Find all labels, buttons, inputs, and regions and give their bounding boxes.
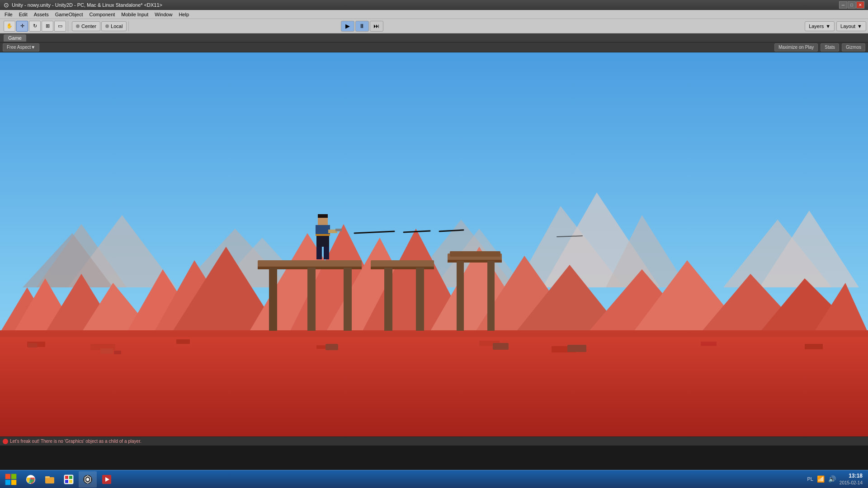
- taskbar-clock[interactable]: 13:18 2015-02-14: [840, 472, 863, 486]
- menu-window[interactable]: Window: [152, 11, 175, 18]
- error-icon: [3, 439, 8, 444]
- menu-gameobject[interactable]: GameObject: [52, 11, 86, 18]
- svg-rect-78: [5, 479, 10, 484]
- aspect-dropdown-icon: ▼: [31, 45, 35, 50]
- menu-mobile-input[interactable]: Mobile Input: [118, 11, 151, 18]
- aspect-ratio-button[interactable]: Free Aspect ▼: [3, 43, 39, 52]
- system-tray: PL 📶 🔊 13:18 2015-02-14: [807, 472, 866, 486]
- taskbar-chrome-icon[interactable]: [22, 471, 40, 488]
- step-button[interactable]: ⏭: [370, 21, 383, 32]
- svg-rect-42: [258, 260, 362, 267]
- stats-button[interactable]: Stats: [821, 43, 839, 52]
- chrome-icon: [25, 474, 36, 485]
- media-icon: [101, 474, 112, 485]
- title-text: Unity - nowy.unity - Unity2D - PC, Mac &…: [12, 2, 162, 8]
- svg-rect-67: [335, 229, 342, 231]
- status-message: Let's freak out! There is no 'Graphics' …: [10, 439, 142, 444]
- pause-button[interactable]: ⏸: [355, 21, 369, 32]
- clock-time: 13:18: [840, 472, 863, 480]
- maximize-on-play-button[interactable]: Maximize on Play: [774, 43, 818, 52]
- svg-rect-69: [318, 214, 328, 218]
- svg-rect-51: [416, 267, 424, 331]
- svg-rect-71: [324, 247, 329, 259]
- local-button[interactable]: Local: [101, 21, 127, 31]
- svg-rect-73: [28, 343, 37, 347]
- taskbar-explorer-icon[interactable]: [41, 471, 59, 488]
- svg-rect-72: [316, 234, 330, 236]
- svg-rect-74: [100, 348, 113, 354]
- volume-icon: 🔊: [828, 475, 836, 483]
- svg-rect-70: [316, 247, 322, 259]
- svg-rect-41: [805, 344, 823, 349]
- svg-rect-37: [316, 345, 326, 349]
- svg-rect-33: [0, 330, 868, 337]
- svg-rect-45: [269, 267, 277, 331]
- pivot-group: Center Local: [70, 21, 129, 31]
- svg-rect-85: [65, 476, 68, 479]
- menu-bar: File Edit Assets GameObject Component Mo…: [0, 10, 868, 19]
- svg-rect-76: [5, 474, 10, 479]
- rect-tool-button[interactable]: ▭: [54, 21, 66, 32]
- minimize-button[interactable]: ─: [839, 1, 847, 9]
- play-controls: ▶ ⏸ ⏭: [341, 21, 383, 32]
- move-tool-button[interactable]: ✛: [16, 21, 28, 32]
- gizmos-button[interactable]: Gizmos: [842, 43, 865, 52]
- language-indicator: PL: [807, 476, 813, 482]
- title-controls: ─ □ ✕: [839, 1, 864, 9]
- maximize-button[interactable]: □: [848, 1, 856, 9]
- svg-rect-75: [114, 351, 121, 354]
- game-scene: [0, 52, 868, 446]
- menu-component[interactable]: Component: [86, 11, 118, 18]
- transform-tools: ✋ ✛ ↻ ⊞ ▭: [2, 21, 68, 32]
- toolbar: ✋ ✛ ↻ ⊞ ▭ Center Local ▶ ⏸ ⏭ Layers ▼ La…: [0, 19, 868, 33]
- menu-help[interactable]: Help: [176, 11, 192, 18]
- svg-rect-50: [384, 267, 392, 331]
- svg-rect-79: [11, 479, 16, 484]
- svg-rect-57: [493, 343, 509, 350]
- svg-rect-56: [326, 344, 338, 350]
- unity-icon: [82, 474, 93, 485]
- svg-rect-63: [450, 251, 500, 257]
- svg-rect-47: [344, 267, 352, 331]
- menu-file[interactable]: File: [2, 11, 15, 18]
- close-button[interactable]: ✕: [856, 1, 864, 9]
- menu-edit[interactable]: Edit: [16, 11, 30, 18]
- game-panel-header: Game: [0, 33, 868, 42]
- rotate-tool-button[interactable]: ↻: [29, 21, 41, 32]
- menu-assets[interactable]: Assets: [31, 11, 52, 18]
- play-button[interactable]: ▶: [341, 21, 354, 32]
- taskbar-apps: [22, 471, 116, 488]
- right-controls: Layers ▼ Layout ▼: [805, 21, 866, 31]
- center-icon: [76, 24, 80, 28]
- svg-rect-58: [567, 345, 586, 352]
- svg-rect-55: [487, 261, 495, 331]
- hand-tool-button[interactable]: ✋: [4, 21, 15, 32]
- taskbar-paint-icon[interactable]: [60, 471, 78, 488]
- layout-dropdown-icon: ▼: [857, 23, 862, 29]
- game-tab[interactable]: Game: [4, 34, 26, 42]
- folder-icon: [44, 474, 55, 485]
- paint-icon: [63, 474, 74, 485]
- taskbar-unity-icon[interactable]: [79, 471, 97, 488]
- local-icon: [105, 24, 109, 28]
- clock-date: 2015-02-14: [840, 480, 863, 486]
- scale-tool-button[interactable]: ⊞: [42, 21, 53, 32]
- svg-rect-82: [45, 477, 54, 483]
- svg-rect-54: [457, 261, 464, 331]
- unity-logo: ⊙: [4, 1, 9, 9]
- svg-rect-48: [371, 260, 434, 267]
- layout-button[interactable]: Layout ▼: [836, 21, 866, 31]
- start-button[interactable]: [2, 471, 20, 488]
- taskbar: PL 📶 🔊 13:18 2015-02-14: [0, 470, 868, 488]
- subbar-right-controls: Maximize on Play Stats Gizmos: [774, 43, 865, 52]
- windows-logo-icon: [5, 473, 17, 486]
- network-icon: 📶: [817, 475, 825, 483]
- svg-rect-86: [69, 476, 72, 479]
- taskbar-media-icon[interactable]: [98, 471, 116, 488]
- game-canvas: Let's freak out! There is no 'Graphics' …: [0, 52, 868, 446]
- svg-rect-87: [65, 480, 68, 483]
- svg-rect-32: [0, 330, 868, 446]
- layers-button[interactable]: Layers ▼: [805, 21, 835, 31]
- center-button[interactable]: Center: [72, 21, 100, 31]
- status-bar: Let's freak out! There is no 'Graphics' …: [0, 436, 868, 446]
